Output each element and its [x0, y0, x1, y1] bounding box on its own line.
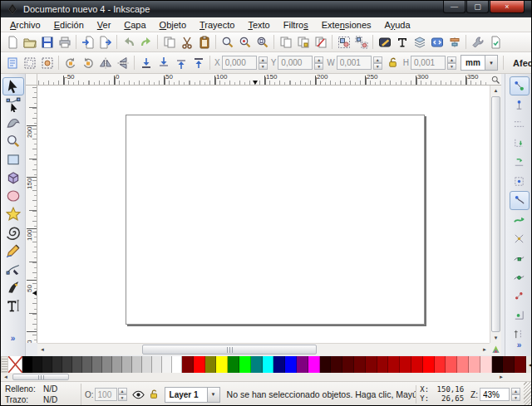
- x-input[interactable]: [222, 56, 257, 70]
- color-swatch[interactable]: [308, 356, 320, 373]
- layer-dropdown-button[interactable]: ▼: [208, 387, 220, 403]
- zoom-page-button[interactable]: [254, 33, 271, 51]
- color-swatch[interactable]: [72, 356, 82, 373]
- ellipse-tool-button[interactable]: [2, 187, 24, 205]
- layer-visibility-toggle[interactable]: [131, 387, 146, 403]
- zoom-tool-button[interactable]: [2, 132, 24, 150]
- edit-redo-button[interactable]: [137, 33, 155, 51]
- selector-tool-button[interactable]: [2, 77, 24, 95]
- resize-grip[interactable]: [524, 382, 531, 406]
- color-swatch[interactable]: [446, 356, 457, 373]
- title-bar[interactable]: Documento nuevo 4 - Inkscape — ▢ ×: [1, 1, 531, 17]
- edit-cut-button[interactable]: [178, 33, 195, 51]
- color-swatch[interactable]: [263, 356, 274, 373]
- color-swatch[interactable]: [102, 356, 112, 373]
- document-import-button[interactable]: [79, 33, 96, 51]
- preferences-button[interactable]: [469, 33, 486, 51]
- color-swatch[interactable]: [354, 356, 366, 373]
- height-input[interactable]: [411, 56, 446, 70]
- snap-paths-button[interactable]: [510, 210, 530, 229]
- y-input[interactable]: [278, 56, 313, 70]
- color-swatch[interactable]: [239, 356, 251, 373]
- menu-ver[interactable]: Ver: [91, 18, 118, 32]
- menu-ayuda[interactable]: Ayuda: [378, 18, 417, 32]
- raise-button[interactable]: [172, 54, 190, 71]
- menu-extensiones[interactable]: Extensiones: [315, 18, 378, 32]
- vertical-scroll-thumb[interactable]: [491, 96, 500, 332]
- menu-trayecto[interactable]: Trayecto: [193, 18, 241, 32]
- palette-grip[interactable]: [2, 357, 7, 372]
- vertical-scrollbar[interactable]: ▲ ▼: [490, 86, 501, 343]
- palette-scroll-right-arrow[interactable]: ►: [496, 374, 506, 379]
- color-swatch[interactable]: [480, 356, 492, 373]
- select-all-layers-button[interactable]: [21, 54, 38, 71]
- close-button[interactable]: ×: [490, 1, 525, 13]
- fill-stroke-dialog-button[interactable]: [376, 33, 393, 51]
- rotate-ccw-button[interactable]: [62, 54, 79, 71]
- canvas[interactable]: [37, 86, 490, 343]
- text-tool-button[interactable]: [2, 296, 24, 315]
- color-swatch[interactable]: [297, 356, 308, 373]
- snap-bbox-centers-button[interactable]: [510, 172, 530, 191]
- layers-dialog-button[interactable]: [411, 33, 428, 51]
- palette-scrollbar[interactable]: ◄ ►: [1, 373, 531, 381]
- spiral-tool-button[interactable]: [2, 223, 24, 242]
- color-swatch[interactable]: [366, 356, 377, 373]
- document-save-button[interactable]: [38, 33, 56, 51]
- vertical-ruler[interactable]: 200150100500: [26, 86, 37, 343]
- edit-undo-button[interactable]: [120, 33, 137, 51]
- lower-bottom-button[interactable]: [137, 54, 155, 71]
- snap-bbox-edges-button[interactable]: [510, 115, 530, 134]
- color-swatch[interactable]: [32, 356, 42, 373]
- color-swatch[interactable]: [42, 356, 52, 373]
- color-swatch[interactable]: [142, 356, 152, 373]
- color-swatch[interactable]: [457, 356, 469, 373]
- snap-bbox-corners-button[interactable]: [510, 134, 530, 153]
- color-swatch[interactable]: [122, 356, 132, 373]
- color-swatch[interactable]: [251, 356, 263, 373]
- ungroup-button[interactable]: [352, 33, 370, 51]
- color-swatch[interactable]: [112, 356, 122, 373]
- color-swatch[interactable]: [82, 356, 92, 373]
- menu-archivo[interactable]: Archivo: [3, 18, 47, 32]
- page[interactable]: [126, 115, 425, 325]
- opacity-input[interactable]: [95, 388, 117, 401]
- pen-tool-button[interactable]: [2, 260, 24, 278]
- color-swatch[interactable]: [152, 356, 162, 373]
- color-swatch[interactable]: [388, 356, 400, 373]
- rectangle-tool-button[interactable]: [2, 150, 24, 169]
- menu-capa[interactable]: Capa: [117, 18, 152, 32]
- unit-selector[interactable]: mm▼: [461, 55, 498, 71]
- select-all-button[interactable]: [3, 54, 21, 71]
- maximize-button[interactable]: ▢: [466, 1, 489, 13]
- flip-horizontal-button[interactable]: [96, 54, 114, 71]
- horizontal-scrollbar[interactable]: ◄ ►: [37, 343, 490, 355]
- color-swatch[interactable]: [285, 356, 297, 373]
- lock-open-icon[interactable]: [384, 54, 401, 71]
- color-swatch[interactable]: [492, 356, 504, 373]
- palette-scroll-thumb[interactable]: [12, 374, 69, 380]
- scroll-left-arrow[interactable]: ◄: [37, 344, 47, 356]
- duplicate-button[interactable]: [277, 33, 294, 51]
- color-swatch[interactable]: [194, 356, 205, 373]
- palette-scroll-track[interactable]: [11, 373, 496, 381]
- color-swatch[interactable]: [92, 356, 102, 373]
- canvas-corner-button[interactable]: [490, 74, 501, 86]
- scroll-up-arrow[interactable]: ▲: [494, 86, 499, 95]
- swatch-none[interactable]: [8, 356, 22, 373]
- color-swatch[interactable]: [342, 356, 354, 373]
- color-swatch[interactable]: [228, 356, 239, 373]
- node-tool-button[interactable]: [2, 95, 24, 114]
- layer-lock-toggle[interactable]: [146, 387, 162, 403]
- menu-objeto[interactable]: Objeto: [153, 18, 193, 32]
- color-swatch[interactable]: [400, 356, 411, 373]
- menu-edicin[interactable]: Edición: [47, 18, 91, 32]
- color-swatch[interactable]: [423, 356, 435, 373]
- scroll-right-arrow[interactable]: ►: [480, 344, 490, 356]
- star-tool-button[interactable]: [2, 205, 24, 223]
- zoom-drawing-button[interactable]: [236, 33, 254, 51]
- lower-button[interactable]: [155, 54, 172, 71]
- deselect-button[interactable]: [38, 54, 56, 71]
- snap-bbox-midpoints-button[interactable]: [510, 153, 530, 172]
- edit-copy-button[interactable]: [160, 33, 178, 51]
